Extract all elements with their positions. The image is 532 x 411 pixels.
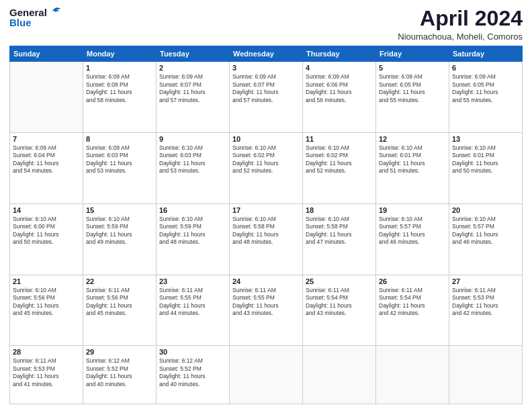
table-row: 2Sunrise: 6:09 AMSunset: 6:07 PMDaylight… <box>157 62 230 133</box>
day-info: Sunrise: 6:09 AMSunset: 6:04 PMDaylight:… <box>13 144 80 175</box>
calendar-week-row: 1Sunrise: 6:09 AMSunset: 6:08 PMDaylight… <box>10 62 523 133</box>
calendar-week-row: 21Sunrise: 6:10 AMSunset: 5:56 PMDayligh… <box>10 275 523 346</box>
day-number: 30 <box>159 348 226 356</box>
table-row: 23Sunrise: 6:11 AMSunset: 5:55 PMDayligh… <box>157 275 230 346</box>
day-number: 23 <box>159 277 226 285</box>
day-number: 18 <box>306 206 373 214</box>
table-row: 13Sunrise: 6:10 AMSunset: 6:01 PMDayligh… <box>449 132 523 203</box>
day-number: 7 <box>13 135 80 143</box>
table-row: 12Sunrise: 6:10 AMSunset: 6:01 PMDayligh… <box>376 132 449 203</box>
day-info: Sunrise: 6:12 AMSunset: 5:52 PMDaylight:… <box>159 357 226 388</box>
table-row: 10Sunrise: 6:10 AMSunset: 6:02 PMDayligh… <box>230 132 303 203</box>
day-number: 21 <box>13 277 80 285</box>
day-number: 10 <box>232 135 300 143</box>
day-info: Sunrise: 6:11 AMSunset: 5:54 PMDaylight:… <box>306 287 373 318</box>
day-info: Sunrise: 6:09 AMSunset: 6:03 PMDaylight:… <box>86 144 153 175</box>
day-number: 4 <box>306 64 373 72</box>
day-number: 5 <box>379 64 446 72</box>
day-number: 27 <box>452 277 519 285</box>
day-info: Sunrise: 6:10 AMSunset: 5:56 PMDaylight:… <box>13 287 80 318</box>
day-number: 22 <box>86 277 153 285</box>
day-number: 17 <box>232 206 300 214</box>
table-row: 29Sunrise: 6:12 AMSunset: 5:52 PMDayligh… <box>83 346 157 404</box>
logo-blue-text: Blue <box>9 17 32 28</box>
table-row: 17Sunrise: 6:10 AMSunset: 5:58 PMDayligh… <box>230 203 303 275</box>
day-info: Sunrise: 6:12 AMSunset: 5:52 PMDaylight:… <box>86 357 153 388</box>
day-info: Sunrise: 6:11 AMSunset: 5:53 PMDaylight:… <box>452 287 519 318</box>
table-row: 18Sunrise: 6:10 AMSunset: 5:58 PMDayligh… <box>303 203 376 275</box>
table-row: 15Sunrise: 6:10 AMSunset: 5:59 PMDayligh… <box>83 203 157 275</box>
table-row: 20Sunrise: 6:10 AMSunset: 5:57 PMDayligh… <box>449 203 523 275</box>
calendar-week-row: 28Sunrise: 6:11 AMSunset: 5:53 PMDayligh… <box>10 346 523 404</box>
day-number: 14 <box>13 206 80 214</box>
table-row: 14Sunrise: 6:10 AMSunset: 6:00 PMDayligh… <box>10 203 83 275</box>
table-row: 24Sunrise: 6:11 AMSunset: 5:55 PMDayligh… <box>230 275 303 346</box>
header-thursday: Thursday <box>303 46 376 62</box>
day-info: Sunrise: 6:11 AMSunset: 5:56 PMDaylight:… <box>86 287 153 318</box>
day-info: Sunrise: 6:10 AMSunset: 6:00 PMDaylight:… <box>13 216 80 246</box>
table-row <box>10 62 83 133</box>
table-row: 6Sunrise: 6:09 AMSunset: 6:05 PMDaylight… <box>449 62 523 133</box>
table-row: 7Sunrise: 6:09 AMSunset: 6:04 PMDaylight… <box>10 132 83 203</box>
day-number: 19 <box>379 206 446 214</box>
day-info: Sunrise: 6:10 AMSunset: 6:01 PMDaylight:… <box>379 144 446 175</box>
day-number: 9 <box>159 135 226 143</box>
header-wednesday: Wednesday <box>230 46 303 62</box>
day-info: Sunrise: 6:11 AMSunset: 5:55 PMDaylight:… <box>232 287 300 318</box>
day-number: 13 <box>452 135 519 143</box>
day-info: Sunrise: 6:09 AMSunset: 6:08 PMDaylight:… <box>86 73 153 104</box>
day-number: 2 <box>159 64 226 72</box>
header: General Blue April 2024 Nioumachoua, Moh… <box>9 7 523 42</box>
header-saturday: Saturday <box>449 46 523 62</box>
header-friday: Friday <box>376 46 449 62</box>
day-info: Sunrise: 6:09 AMSunset: 6:06 PMDaylight:… <box>306 73 373 104</box>
day-info: Sunrise: 6:09 AMSunset: 6:07 PMDaylight:… <box>159 73 226 104</box>
day-number: 8 <box>86 135 153 143</box>
table-row: 8Sunrise: 6:09 AMSunset: 6:03 PMDaylight… <box>83 132 157 203</box>
calendar-week-row: 14Sunrise: 6:10 AMSunset: 6:00 PMDayligh… <box>10 203 523 275</box>
table-row: 1Sunrise: 6:09 AMSunset: 6:08 PMDaylight… <box>83 62 157 133</box>
weekday-header-row: Sunday Monday Tuesday Wednesday Thursday… <box>10 46 523 62</box>
day-number: 28 <box>13 348 80 356</box>
table-row: 30Sunrise: 6:12 AMSunset: 5:52 PMDayligh… <box>157 346 230 404</box>
calendar-page: General Blue April 2024 Nioumachoua, Moh… <box>0 0 532 411</box>
day-info: Sunrise: 6:11 AMSunset: 5:54 PMDaylight:… <box>379 287 446 318</box>
day-number: 11 <box>306 135 373 143</box>
table-row: 3Sunrise: 6:09 AMSunset: 6:07 PMDaylight… <box>230 62 303 133</box>
day-info: Sunrise: 6:10 AMSunset: 5:58 PMDaylight:… <box>232 216 300 246</box>
day-number: 16 <box>159 206 226 214</box>
day-info: Sunrise: 6:10 AMSunset: 6:03 PMDaylight:… <box>159 144 226 175</box>
day-info: Sunrise: 6:11 AMSunset: 5:55 PMDaylight:… <box>159 287 226 318</box>
day-info: Sunrise: 6:10 AMSunset: 6:02 PMDaylight:… <box>306 144 373 175</box>
day-number: 3 <box>232 64 300 72</box>
calendar-table: Sunday Monday Tuesday Wednesday Thursday… <box>9 46 523 404</box>
table-row: 16Sunrise: 6:10 AMSunset: 5:59 PMDayligh… <box>157 203 230 275</box>
day-number: 12 <box>379 135 446 143</box>
day-info: Sunrise: 6:09 AMSunset: 6:05 PMDaylight:… <box>379 73 446 104</box>
table-row: 4Sunrise: 6:09 AMSunset: 6:06 PMDaylight… <box>303 62 376 133</box>
day-info: Sunrise: 6:11 AMSunset: 5:53 PMDaylight:… <box>13 357 80 388</box>
day-number: 26 <box>379 277 446 285</box>
day-info: Sunrise: 6:09 AMSunset: 6:07 PMDaylight:… <box>232 73 300 104</box>
day-number: 1 <box>86 64 153 72</box>
table-row: 28Sunrise: 6:11 AMSunset: 5:53 PMDayligh… <box>10 346 83 404</box>
location: Nioumachoua, Moheli, Comoros <box>398 32 523 42</box>
table-row: 25Sunrise: 6:11 AMSunset: 5:54 PMDayligh… <box>303 275 376 346</box>
title-block: April 2024 Nioumachoua, Moheli, Comoros <box>398 7 523 42</box>
table-row: 22Sunrise: 6:11 AMSunset: 5:56 PMDayligh… <box>83 275 157 346</box>
header-monday: Monday <box>83 46 157 62</box>
table-row: 19Sunrise: 6:10 AMSunset: 5:57 PMDayligh… <box>376 203 449 275</box>
day-info: Sunrise: 6:10 AMSunset: 5:57 PMDaylight:… <box>379 216 446 246</box>
day-info: Sunrise: 6:10 AMSunset: 6:01 PMDaylight:… <box>452 144 519 175</box>
table-row: 27Sunrise: 6:11 AMSunset: 5:53 PMDayligh… <box>449 275 523 346</box>
day-number: 20 <box>452 206 519 214</box>
day-info: Sunrise: 6:10 AMSunset: 6:02 PMDaylight:… <box>232 144 300 175</box>
table-row <box>230 346 303 404</box>
day-number: 15 <box>86 206 153 214</box>
table-row: 5Sunrise: 6:09 AMSunset: 6:05 PMDaylight… <box>376 62 449 133</box>
calendar-week-row: 7Sunrise: 6:09 AMSunset: 6:04 PMDaylight… <box>10 132 523 203</box>
table-row: 26Sunrise: 6:11 AMSunset: 5:54 PMDayligh… <box>376 275 449 346</box>
day-info: Sunrise: 6:10 AMSunset: 5:58 PMDaylight:… <box>306 216 373 246</box>
logo-bird-icon <box>48 7 62 17</box>
day-info: Sunrise: 6:10 AMSunset: 5:59 PMDaylight:… <box>86 216 153 246</box>
